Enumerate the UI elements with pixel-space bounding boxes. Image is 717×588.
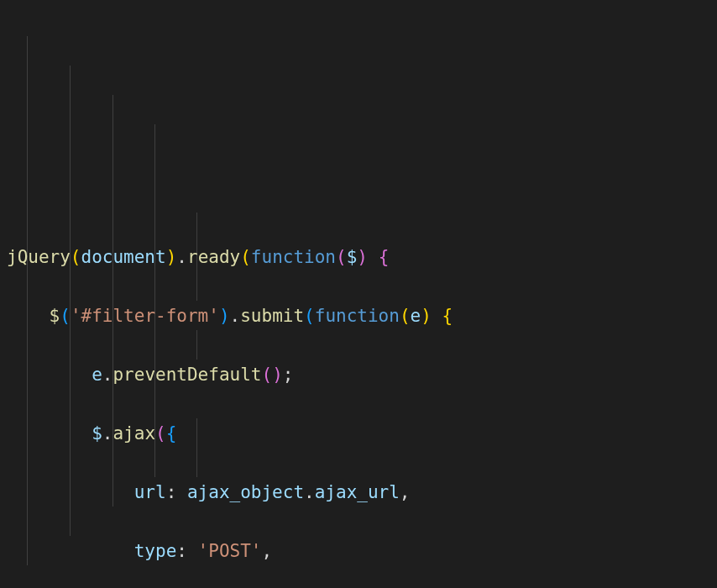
code-line: url: ajax_object.ajax_url,	[7, 478, 717, 507]
code-line: type: 'POST',	[7, 537, 717, 566]
code-line: jQuery(document).ready(function($) {	[7, 243, 717, 272]
code-editor[interactable]: jQuery(document).ready(function($) { $('…	[0, 0, 717, 588]
code-line: e.preventDefault();	[7, 360, 717, 390]
code-line: $('#filter-form').submit(function(e) {	[7, 302, 717, 331]
code-line: $.ajax({	[7, 419, 717, 449]
